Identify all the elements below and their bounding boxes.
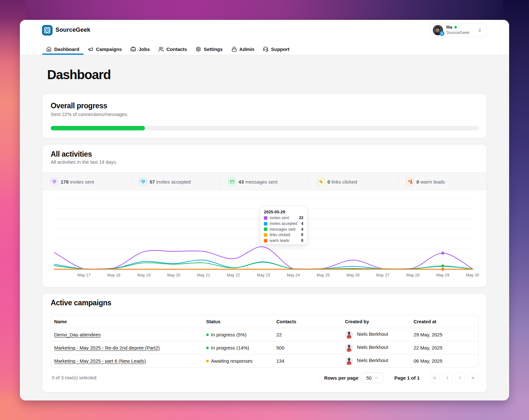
svg-text:May 23: May 23 bbox=[257, 273, 270, 277]
svg-text:May 18: May 18 bbox=[107, 273, 121, 277]
svg-text:May 22: May 22 bbox=[227, 273, 240, 277]
svg-text:May 19: May 19 bbox=[138, 273, 151, 277]
svg-text:May 28: May 28 bbox=[407, 273, 420, 277]
svg-text:May 26: May 26 bbox=[347, 273, 360, 277]
svg-text:May 27: May 27 bbox=[376, 273, 390, 277]
svg-text:May 21: May 21 bbox=[197, 273, 210, 277]
svg-text:May 25: May 25 bbox=[317, 273, 330, 277]
svg-text:May 17: May 17 bbox=[78, 273, 91, 277]
svg-text:May 24: May 24 bbox=[287, 273, 300, 277]
svg-text:May 30: May 30 bbox=[466, 273, 479, 277]
svg-text:May 29: May 29 bbox=[436, 273, 449, 277]
svg-text:May 20: May 20 bbox=[167, 273, 181, 277]
